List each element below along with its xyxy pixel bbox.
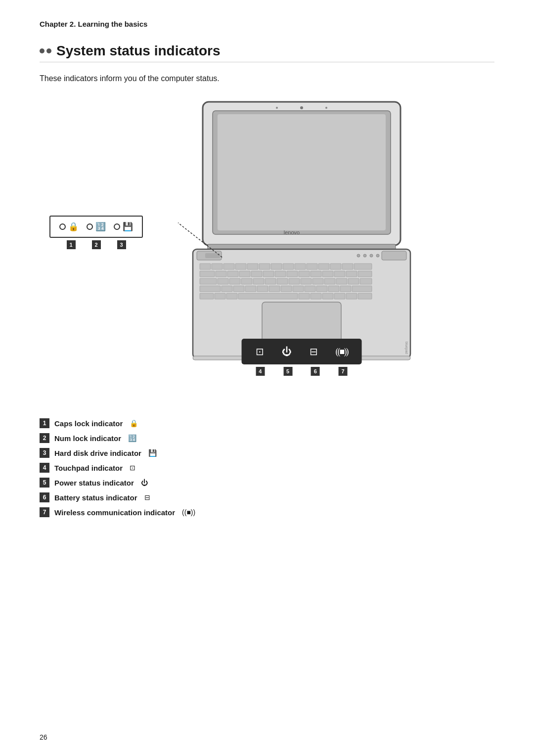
diagram-area: 🔒 🔢 💾 1 2 3 <box>40 97 494 403</box>
svg-rect-34 <box>239 271 250 277</box>
list-badge-5: 5 <box>40 478 49 488</box>
svg-rect-63 <box>257 286 268 292</box>
svg-point-4 <box>300 106 303 109</box>
svg-rect-43 <box>346 271 357 277</box>
svg-rect-54 <box>312 278 323 284</box>
svg-text:bluepad: bluepad <box>404 342 408 354</box>
badge-6: 6 <box>311 367 320 376</box>
list-item-7: 7 Wireless communication indicator ((■)) <box>40 507 494 517</box>
section-title: System status indicators <box>56 43 220 59</box>
svg-rect-59 <box>200 286 221 292</box>
svg-rect-48 <box>241 278 252 284</box>
badge-4: 4 <box>256 367 265 376</box>
list-item-2: 2 Num lock indicator 🔢 <box>40 433 494 443</box>
svg-rect-19 <box>223 264 234 269</box>
svg-rect-22 <box>259 264 270 269</box>
wireless-symbol: ((■)) <box>336 347 348 357</box>
hdd-icon: 💾 <box>123 222 133 232</box>
svg-rect-73 <box>215 293 225 299</box>
list-label-2: Num lock indicator <box>54 434 121 443</box>
badge-1: 1 <box>67 240 76 249</box>
ind-circle-1 <box>59 223 66 230</box>
svg-text:lenovo: lenovo <box>284 229 300 235</box>
list-label-5: Power status indicator <box>54 479 134 487</box>
svg-rect-32 <box>216 271 226 277</box>
svg-rect-20 <box>235 264 246 269</box>
svg-rect-57 <box>348 278 359 284</box>
svg-rect-49 <box>253 278 264 284</box>
svg-point-12 <box>357 254 360 257</box>
svg-rect-50 <box>265 278 276 284</box>
svg-rect-60 <box>222 286 232 292</box>
list-label-4: Touchpad indicator <box>54 464 123 472</box>
svg-rect-23 <box>271 264 282 269</box>
num-lock-icon: 🔢 <box>95 222 106 232</box>
svg-rect-71 <box>352 286 372 292</box>
svg-rect-44 <box>358 271 372 277</box>
svg-rect-77 <box>311 293 321 299</box>
svg-rect-21 <box>247 264 258 269</box>
svg-rect-61 <box>233 286 244 292</box>
badge-3: 3 <box>117 240 126 249</box>
section-subtitle: These indicators inform you of the compu… <box>40 74 494 83</box>
svg-rect-47 <box>229 278 240 284</box>
svg-rect-17 <box>200 264 211 269</box>
list-label-6: Battery status indicator <box>54 493 137 502</box>
svg-rect-31 <box>200 271 215 277</box>
svg-rect-76 <box>299 293 310 299</box>
list-label-7: Wireless communication indicator <box>54 508 175 517</box>
svg-point-13 <box>363 254 366 257</box>
list-item-1: 1 Caps lock indicator 🔒 <box>40 418 494 428</box>
badge-7: 7 <box>339 367 348 376</box>
list-badge-4: 4 <box>40 463 49 473</box>
svg-rect-69 <box>328 286 339 292</box>
bottom-icons-box: ⊡ ⏻ ⊟ ((■)) <box>242 339 362 364</box>
svg-rect-41 <box>322 271 333 277</box>
list-icon-2: 🔢 <box>128 434 136 442</box>
svg-rect-66 <box>293 286 304 292</box>
battery-symbol: ⊟ <box>310 346 318 357</box>
svg-rect-11 <box>382 251 406 260</box>
list-item-3: 3 Hard disk drive indicator 💾 <box>40 448 494 458</box>
svg-rect-45 <box>200 278 217 284</box>
left-numbers-row: 1 2 3 <box>49 238 143 249</box>
svg-rect-26 <box>307 264 317 269</box>
svg-rect-78 <box>322 293 333 299</box>
svg-rect-56 <box>336 278 347 284</box>
svg-point-5 <box>276 107 278 109</box>
svg-rect-72 <box>200 293 214 299</box>
dot-1 <box>40 48 44 53</box>
svg-rect-52 <box>289 278 300 284</box>
list-icon-7: ((■)) <box>182 508 195 516</box>
svg-rect-24 <box>283 264 294 269</box>
ind-group-3: 💾 <box>114 222 133 232</box>
bottom-numbers-row: 4 5 6 7 <box>242 364 362 376</box>
ind-circle-2 <box>87 223 93 230</box>
ind-group-1: 🔒 <box>59 222 79 232</box>
section-title-row: System status indicators <box>40 43 494 62</box>
svg-rect-33 <box>227 271 238 277</box>
svg-rect-36 <box>263 271 274 277</box>
list-badge-3: 3 <box>40 448 49 458</box>
svg-rect-30 <box>354 264 372 269</box>
badge-2: 2 <box>92 240 101 249</box>
dot-2 <box>46 48 51 53</box>
touchpad-symbol: ⊡ <box>256 346 264 357</box>
svg-rect-74 <box>226 293 237 299</box>
caps-lock-icon: 🔒 <box>68 222 79 232</box>
list-item-6: 6 Battery status indicator ⊟ <box>40 492 494 502</box>
svg-rect-39 <box>299 271 310 277</box>
left-indicator-panel: 🔒 🔢 💾 1 2 3 <box>49 216 143 249</box>
svg-rect-81 <box>358 293 372 299</box>
svg-rect-62 <box>245 286 256 292</box>
svg-point-15 <box>376 254 379 257</box>
svg-rect-42 <box>334 271 345 277</box>
list-label-1: Caps lock indicator <box>54 419 123 428</box>
svg-rect-79 <box>334 293 345 299</box>
svg-rect-25 <box>295 264 306 269</box>
power-symbol: ⏻ <box>282 346 292 357</box>
ind-group-2: 🔢 <box>87 222 106 232</box>
svg-rect-80 <box>346 293 357 299</box>
svg-rect-2 <box>218 114 386 230</box>
svg-point-6 <box>325 107 327 109</box>
